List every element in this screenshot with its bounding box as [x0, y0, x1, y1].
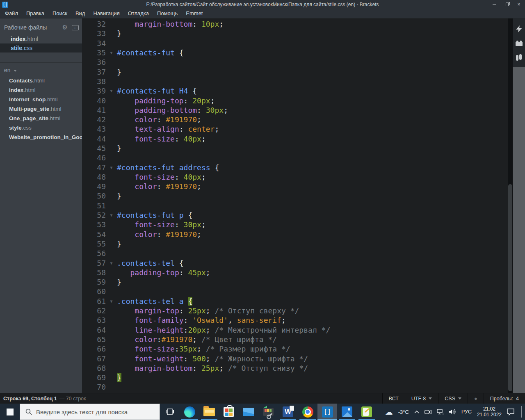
code-line-62[interactable]: 62 margin-top: 25px; /* Отступ сверху */ [82, 306, 513, 315]
code-line-39[interactable]: 39▼#contacts-fut H4 { [82, 86, 513, 96]
start-button[interactable] [0, 404, 20, 420]
fold-arrow-icon[interactable]: ▼ [106, 89, 117, 93]
gear-icon[interactable]: ⚙ [62, 24, 68, 31]
code-line-70[interactable]: 70 [82, 382, 513, 392]
menu-item-Правка[interactable]: Правка [22, 9, 48, 18]
project-file-style.css[interactable]: style.css [0, 123, 82, 132]
menu-item-Навигация[interactable]: Навигация [89, 9, 123, 18]
language-selector[interactable]: CSS [438, 393, 468, 404]
code-line-66[interactable]: 66 font-size:35px; /* Размер шрифта */ [82, 344, 513, 354]
project-file-Contacts.html[interactable]: Contacts.html [0, 76, 82, 85]
fold-arrow-icon[interactable]: ▼ [106, 299, 117, 304]
code-line-36[interactable]: 36 [82, 57, 513, 67]
clock[interactable]: 21:02 21.01.2022 [477, 406, 502, 418]
code-line-65[interactable]: 65 color:#191970; /* Цвет шрифта */ [82, 335, 513, 344]
minimize-button[interactable] [488, 0, 500, 9]
code-line-34[interactable]: 34 [82, 39, 513, 48]
project-dropdown[interactable]: en [0, 63, 82, 76]
code-line-55[interactable]: 55} [82, 239, 513, 249]
taskbar-app-chrome[interactable] [298, 404, 317, 420]
code-line-53[interactable]: 53 font-size: 30px; [82, 220, 513, 229]
code-line-68[interactable]: 68 margin-bottom: 25px; /* Отступ снизу … [82, 363, 513, 373]
action-center-icon[interactable] [507, 409, 514, 415]
code-line-38[interactable]: 38 [82, 77, 513, 86]
code-line-69[interactable]: 69} [82, 373, 513, 382]
code-line-59[interactable]: 59} [82, 277, 513, 287]
code-line-52[interactable]: 52▼#contacts-fut p { [82, 210, 513, 220]
taskbar-app-edge[interactable] [180, 404, 199, 420]
code-line-40[interactable]: 40 padding-top: 20px; [82, 96, 513, 105]
close-button[interactable]: × [513, 0, 525, 9]
code-line-33[interactable]: 33} [82, 29, 513, 38]
task-view-button[interactable] [160, 404, 180, 420]
taskbar-app-npp[interactable] [357, 404, 377, 420]
code-line-60[interactable]: 60 [82, 287, 513, 296]
taskbar-app-word[interactable]: W [278, 404, 298, 420]
scrollbar-thumb[interactable] [508, 184, 512, 391]
project-file-Website_promotion_in_Google.html[interactable]: Website_promotion_in_Google.html [0, 132, 82, 142]
network-icon[interactable] [437, 409, 444, 415]
taskbar-app-explorer[interactable] [199, 404, 219, 420]
menu-item-Помощь[interactable]: Помощь [153, 9, 182, 18]
extension-manager-icon[interactable] [515, 39, 523, 47]
show-desktop-button[interactable] [521, 406, 522, 418]
project-file-index.html[interactable]: index.html [0, 85, 82, 95]
code-line-47[interactable]: 47▼#contacts-fut address { [82, 162, 513, 172]
editor-scrollbar[interactable] [508, 18, 513, 393]
working-file-index.html[interactable]: index.html [0, 34, 82, 43]
code-line-58[interactable]: 58 padding-top: 45px; [82, 268, 513, 277]
code-line-67[interactable]: 67 font-weight: 500; /* Жирность шрифта … [82, 354, 513, 363]
code-line-56[interactable]: 56 [82, 249, 513, 258]
menu-item-Файл[interactable]: Файл [1, 9, 22, 18]
project-file-One_page_site.html[interactable]: One_page_site.html [0, 114, 82, 123]
code-line-49[interactable]: 49 color: #191970; [82, 182, 513, 191]
tray-chevron-up-icon[interactable] [414, 411, 419, 413]
volume-icon[interactable] [449, 409, 456, 415]
code-line-37[interactable]: 37} [82, 67, 513, 76]
search-input[interactable] [36, 409, 151, 415]
split-view-icon[interactable]: ↔ [72, 25, 79, 30]
menu-item-Вид[interactable]: Вид [71, 9, 89, 18]
taskbar-app-brackets[interactable]: [] [317, 404, 337, 420]
encoding-selector[interactable]: UTF-8 [405, 393, 438, 404]
taskbar-app-photos[interactable] [337, 404, 357, 420]
taskbar-app-store[interactable] [219, 404, 239, 420]
live-preview-icon[interactable] [515, 25, 523, 32]
extension-plugin-icon[interactable] [515, 54, 523, 61]
fold-arrow-icon[interactable]: ▼ [106, 50, 117, 55]
taskbar-app-mail[interactable] [239, 404, 258, 420]
working-file-stile.css[interactable]: stile.css [0, 43, 82, 52]
code-line-42[interactable]: 42 color: #191970; [82, 115, 513, 124]
code-line-43[interactable]: 43 text-align: center; [82, 124, 513, 134]
project-file-Multi-page_site.html[interactable]: Multi-page_site.html [0, 104, 82, 114]
code-line-54[interactable]: 54 color: #191970; [82, 230, 513, 239]
weather-cloud-icon[interactable]: ☁ [385, 407, 393, 417]
code-line-45[interactable]: 45} [82, 144, 513, 153]
taskbar-search[interactable] [20, 404, 160, 420]
code-line-44[interactable]: 44 font-size: 40px; [82, 134, 513, 144]
temperature[interactable]: -3°C [398, 409, 409, 415]
code-line-50[interactable]: 50} [82, 191, 513, 201]
code-line-64[interactable]: 64 line-height:20px; /* Межстрочный инте… [82, 325, 513, 335]
code-editor[interactable]: 32 margin-bottom: 10px;33}3435▼#contacts… [82, 18, 513, 393]
maximize-button[interactable] [500, 0, 513, 9]
code-line-35[interactable]: 35▼#contacts-fut { [82, 48, 513, 57]
code-line-41[interactable]: 41 padding-bottom: 30px; [82, 105, 513, 115]
code-line-48[interactable]: 48 font-size: 40px; [82, 172, 513, 182]
code-line-46[interactable]: 46 [82, 153, 513, 162]
project-file-Internet_shop.html[interactable]: Internet_shop.html [0, 95, 82, 104]
fold-arrow-icon[interactable]: ▼ [106, 165, 117, 170]
menu-item-Отладка[interactable]: Отладка [124, 9, 153, 18]
code-line-61[interactable]: 61▼.contacts-tel a { [82, 297, 513, 306]
meet-now-camera-icon[interactable] [425, 409, 431, 415]
code-line-32[interactable]: 32 margin-bottom: 10px; [82, 19, 513, 29]
menu-item-Emmet[interactable]: Emmet [182, 9, 207, 18]
lint-status-indicator[interactable]: ● [468, 393, 484, 404]
keyboard-language[interactable]: РУС [461, 409, 472, 415]
fold-arrow-icon[interactable]: ▼ [106, 261, 117, 265]
indent-size-value[interactable]: 4 [516, 396, 519, 402]
taskbar-app-wallet[interactable] [258, 404, 278, 420]
overwrite-indicator[interactable]: ВСТ [382, 393, 405, 404]
code-line-57[interactable]: 57▼.contacts-tel { [82, 258, 513, 267]
indent-settings[interactable]: Пробелы: 4 [484, 393, 525, 404]
